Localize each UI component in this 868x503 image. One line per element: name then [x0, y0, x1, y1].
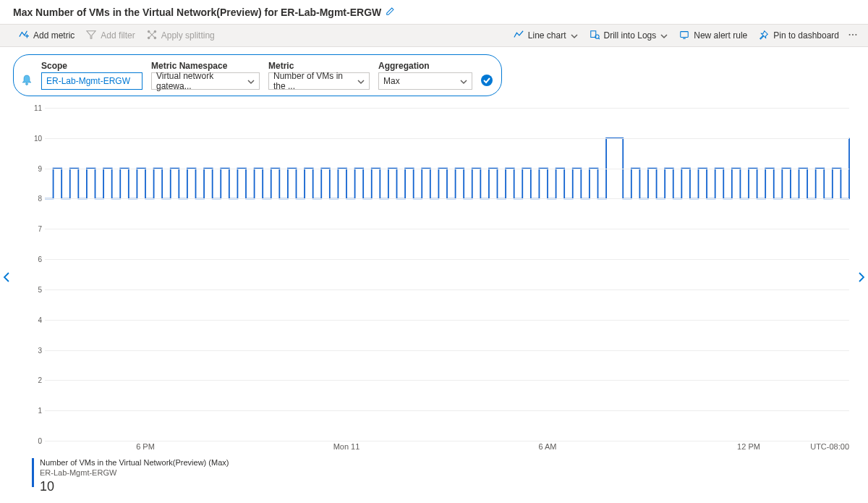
line-chart-icon [514, 30, 524, 42]
x-tick-label: 6 AM [538, 442, 556, 451]
svg-line-11 [598, 38, 600, 39]
x-tick-label: 6 PM [136, 442, 155, 451]
chevron-down-icon [247, 77, 255, 85]
metrics-chart: 01234567891011 6 PMMon 116 AM12 PMUTC-08… [13, 108, 855, 454]
next-chart-button[interactable] [855, 268, 868, 287]
legend-resource-name: ER-Lab-Mgmt-ERGW [40, 468, 229, 478]
x-tick-label: 12 PM [737, 442, 760, 451]
chart-type-label: Line chart [528, 30, 566, 41]
drill-into-logs-label: Drill into Logs [604, 30, 657, 41]
chevron-down-icon [357, 77, 365, 85]
y-gridline: 11 [45, 108, 849, 109]
drill-logs-icon [590, 30, 600, 42]
add-metric-label: Add metric [33, 30, 75, 41]
metric-namespace-value: Virtual network gatewa... [156, 71, 247, 91]
y-tick-label: 4 [26, 316, 42, 324]
metric-namespace-label: Metric Namespace [151, 61, 260, 71]
scope-label: Scope [41, 61, 142, 71]
y-tick-label: 9 [26, 165, 42, 173]
add-filter-button: Add filter [80, 24, 140, 47]
y-gridline: 8 [45, 198, 849, 199]
chart-toolbar: Add metric Add filter Apply splitting Li… [0, 24, 868, 47]
aggregation-value: Max [383, 76, 400, 86]
legend-current-value: 10 [40, 478, 229, 495]
chart-line-series [45, 108, 849, 441]
y-tick-label: 10 [26, 135, 42, 143]
metric-label: Metric [268, 61, 370, 71]
aggregation-label: Aggregation [378, 61, 472, 71]
pin-icon [759, 30, 769, 42]
pin-to-dashboard-label: Pin to dashboard [773, 30, 839, 41]
y-gridline: 2 [45, 380, 849, 381]
y-gridline: 10 [45, 138, 849, 139]
y-gridline: 9 [45, 169, 849, 169]
y-gridline: 1 [45, 410, 849, 411]
y-gridline: 7 [45, 229, 849, 229]
pin-to-dashboard-button[interactable]: Pin to dashboard [753, 24, 845, 47]
svg-rect-12 [681, 31, 689, 37]
svg-marker-2 [87, 30, 95, 38]
more-options-button[interactable] [845, 24, 861, 47]
add-filter-icon [86, 30, 96, 42]
y-tick-label: 2 [26, 376, 42, 384]
selector-valid-icon [481, 75, 493, 86]
new-alert-rule-label: New alert rule [694, 30, 747, 41]
alert-bell-icon [21, 74, 33, 88]
legend-color-swatch [32, 458, 34, 487]
metric-selector-pill: Scope ER-Lab-Mgmt-ERGW Metric Namespace … [13, 54, 502, 96]
alert-icon [679, 30, 689, 42]
add-metric-button[interactable]: Add metric [13, 24, 80, 47]
scope-value: ER-Lab-Mgmt-ERGW [46, 76, 130, 86]
y-gridline: 3 [45, 350, 849, 351]
metric-namespace-selector[interactable]: Virtual network gatewa... [151, 72, 260, 90]
metric-selector[interactable]: Number of VMs in the ... [268, 72, 370, 90]
apply-splitting-icon [147, 30, 157, 42]
x-tick-label: Mon 11 [333, 442, 360, 451]
scope-selector[interactable]: ER-Lab-Mgmt-ERGW [41, 72, 142, 90]
y-tick-label: 5 [26, 286, 42, 294]
svg-point-15 [852, 33, 854, 35]
y-tick-label: 8 [26, 195, 42, 203]
add-filter-label: Add filter [101, 30, 135, 41]
timezone-label: UTC-08:00 [810, 442, 849, 451]
svg-point-16 [855, 33, 856, 35]
y-tick-label: 0 [26, 437, 42, 445]
edit-title-icon[interactable] [386, 6, 396, 18]
y-tick-label: 3 [26, 347, 42, 355]
apply-splitting-label: Apply splitting [161, 30, 215, 41]
y-gridline: 6 [45, 259, 849, 260]
y-tick-label: 11 [26, 104, 42, 112]
more-icon [848, 30, 858, 42]
y-tick-label: 7 [26, 225, 42, 233]
y-tick-label: 6 [26, 255, 42, 263]
chevron-down-icon [460, 77, 467, 85]
metric-value: Number of VMs in the ... [273, 71, 357, 91]
aggregation-selector[interactable]: Max [378, 72, 472, 90]
apply-splitting-button: Apply splitting [141, 24, 221, 47]
legend-series-name: Number of VMs in the Virtual Network(Pre… [40, 458, 229, 468]
previous-chart-button[interactable] [0, 268, 13, 287]
svg-point-17 [26, 83, 28, 85]
svg-point-14 [849, 33, 851, 35]
y-gridline: 5 [45, 289, 849, 290]
add-metric-icon [19, 30, 29, 42]
page-title: Max Number of VMs in the Virtual Network… [13, 7, 381, 18]
drill-into-logs-button[interactable]: Drill into Logs [584, 24, 674, 47]
y-tick-label: 1 [26, 407, 42, 415]
y-gridline: 4 [45, 320, 849, 321]
chevron-down-icon [660, 32, 668, 39]
chart-legend: Number of VMs in the Virtual Network(Pre… [32, 458, 855, 494]
chart-type-dropdown[interactable]: Line chart [508, 24, 584, 47]
new-alert-rule-button[interactable]: New alert rule [673, 24, 753, 47]
chevron-down-icon [571, 32, 578, 39]
